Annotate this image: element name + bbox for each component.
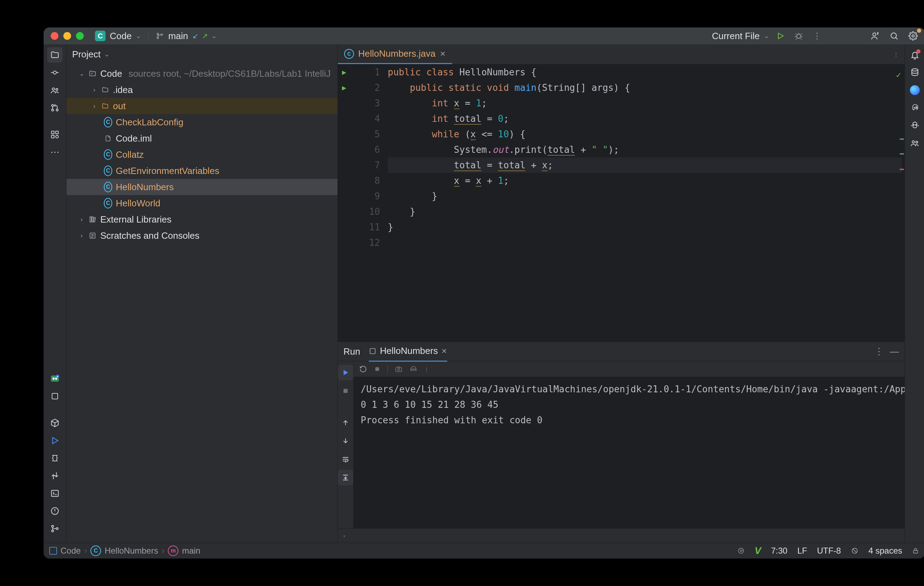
git-tool-icon[interactable] (47, 521, 63, 536)
vcs-push-icon[interactable]: ↗ (202, 32, 207, 40)
lock-icon[interactable] (912, 547, 919, 554)
run-expand-bar[interactable]: › (338, 528, 905, 543)
editor-tab-hellonumbers[interactable]: C HelloNumbers.java ✕ (338, 45, 452, 64)
tree-item-hellonumbers[interactable]: C HelloNumbers (66, 179, 337, 195)
line-separator[interactable]: LF (797, 546, 807, 556)
branch-name[interactable]: main (168, 31, 188, 41)
svg-point-41 (912, 69, 917, 71)
tree-item-label: .idea (113, 84, 133, 96)
tree-item-idea[interactable]: › .idea (66, 82, 337, 98)
bookmark-tool-icon[interactable] (47, 389, 63, 404)
up-stack-icon[interactable] (338, 415, 353, 430)
file-encoding[interactable]: UTF-8 (817, 546, 841, 556)
project-view-dropdown-icon[interactable]: ⌄ (104, 50, 109, 58)
svg-rect-33 (94, 217, 96, 222)
run-tab-label: HelloNumbers (380, 346, 438, 356)
stop-console-icon[interactable] (374, 366, 380, 372)
vim-status-icon[interactable]: V (755, 545, 761, 556)
tree-item-out[interactable]: › out (66, 98, 337, 114)
search-icon[interactable] (887, 29, 901, 43)
tree-item-checklabconfig[interactable]: C CheckLabConfig (66, 114, 337, 130)
readonly-icon[interactable] (851, 547, 858, 555)
more-tool-icon[interactable]: ⋯ (47, 144, 63, 160)
run-more-icon[interactable]: ⋮ (874, 346, 884, 357)
close-tab-icon[interactable]: ✕ (440, 50, 446, 58)
settings-icon[interactable] (906, 29, 921, 43)
tree-item-helloworld[interactable]: C HelloWorld (66, 195, 337, 211)
code-content[interactable]: public class HelloNumbers { public stati… (385, 65, 905, 342)
svg-marker-24 (53, 437, 58, 444)
plugin-icon[interactable] (47, 371, 63, 386)
run-left-toolbar (338, 361, 354, 528)
project-tool-title: Project (72, 49, 101, 60)
minimize-run-icon[interactable]: — (890, 346, 899, 357)
project-name[interactable]: Code (110, 31, 132, 41)
svg-rect-32 (92, 217, 93, 222)
problems-tool-icon[interactable] (47, 503, 63, 519)
services-tool-icon[interactable] (47, 468, 63, 483)
project-dropdown-icon[interactable]: ⌄ (136, 32, 141, 40)
terminal-tool-icon[interactable] (47, 486, 63, 501)
python-console-icon[interactable] (47, 450, 63, 466)
run-config-dropdown-icon[interactable]: ⌄ (764, 32, 769, 40)
vcs-update-icon[interactable]: ↙ (193, 32, 198, 40)
run-tool-icon[interactable] (47, 433, 63, 448)
svg-point-4 (797, 34, 801, 38)
restart-icon[interactable] (359, 365, 367, 373)
run-console-output[interactable]: /Users/eve/Library/Java/JavaVirtualMachi… (354, 377, 924, 528)
console-more-icon[interactable]: ⋮ (424, 367, 429, 372)
soft-wrap-icon[interactable] (338, 452, 353, 467)
project-chip[interactable]: C (95, 31, 106, 41)
code-editor[interactable]: ✓ ▶ ▶ 1 2 3 4 5 6 7 8 9 (338, 65, 905, 342)
breadcrumb[interactable]: Code › C HelloNumbers › m main (49, 546, 200, 556)
screenshot-icon[interactable] (395, 365, 403, 373)
run-button[interactable] (774, 30, 787, 42)
debug-button[interactable] (792, 30, 806, 42)
indent-status[interactable]: 4 spaces (868, 546, 902, 556)
error-stripe[interactable] (898, 65, 905, 342)
commit-tool-icon[interactable] (47, 65, 63, 80)
build-tool-icon[interactable] (47, 415, 63, 431)
more-actions-icon[interactable]: ⋮ (810, 29, 824, 43)
people-tool-icon[interactable] (47, 83, 63, 98)
stop-icon[interactable] (338, 383, 353, 399)
collaborators-icon[interactable] (908, 136, 922, 150)
editor-tab-actions-icon[interactable]: ⋮ (888, 45, 905, 64)
run-tab-hellonumbers[interactable]: HelloNumbers ✕ (369, 342, 447, 362)
memory-icon[interactable] (409, 365, 417, 373)
zoom-window-button[interactable] (76, 32, 84, 40)
run-line-gutter-icon[interactable]: ▶ (338, 80, 350, 96)
project-tool-icon[interactable] (47, 47, 63, 63)
scroll-to-end-icon[interactable] (338, 470, 353, 485)
tree-scratches[interactable]: › Scratches and Consoles (66, 227, 337, 244)
rerun-icon[interactable] (338, 365, 353, 380)
copilot-icon[interactable] (908, 118, 922, 132)
ai-assistant-icon[interactable] (908, 83, 922, 97)
database-icon[interactable] (908, 66, 922, 79)
project-tree: ⌄ Code sources root, ~/Desktop/CS61B/Lab… (66, 64, 337, 245)
tree-item-label: External Libraries (100, 214, 172, 225)
close-run-tab-icon[interactable]: ✕ (441, 347, 447, 355)
openai-icon[interactable] (908, 101, 922, 115)
tree-item-label: HelloNumbers (116, 182, 174, 193)
structure-tool-icon[interactable] (47, 127, 63, 142)
tree-item-codeiml[interactable]: Code.iml (66, 130, 337, 147)
tree-item-getenv[interactable]: C GetEnvironmentVariables (66, 163, 337, 179)
close-window-button[interactable] (51, 32, 58, 40)
ai-status-icon[interactable] (737, 547, 745, 555)
tree-root[interactable]: ⌄ Code sources root, ~/Desktop/CS61B/Lab… (66, 66, 337, 82)
down-stack-icon[interactable] (338, 433, 353, 449)
tree-external-libs[interactable]: › External Libraries (66, 211, 337, 227)
pull-requests-tool-icon[interactable] (47, 100, 63, 116)
minimize-window-button[interactable] (63, 32, 71, 40)
tree-item-label: Collatz (116, 149, 144, 160)
notifications-icon[interactable] (908, 48, 922, 62)
code-with-me-icon[interactable] (868, 29, 883, 43)
caret-position[interactable]: 7:30 (771, 546, 787, 556)
run-console-toolbar: ⋮ (354, 361, 924, 377)
run-config-selector[interactable]: Current File (712, 31, 760, 41)
vcs-dropdown-icon[interactable]: ⌄ (211, 32, 217, 40)
tree-item-collatz[interactable]: C Collatz (66, 147, 337, 163)
run-line-gutter-icon[interactable]: ▶ (338, 65, 350, 80)
project-tool-header[interactable]: Project ⌄ (66, 45, 337, 64)
